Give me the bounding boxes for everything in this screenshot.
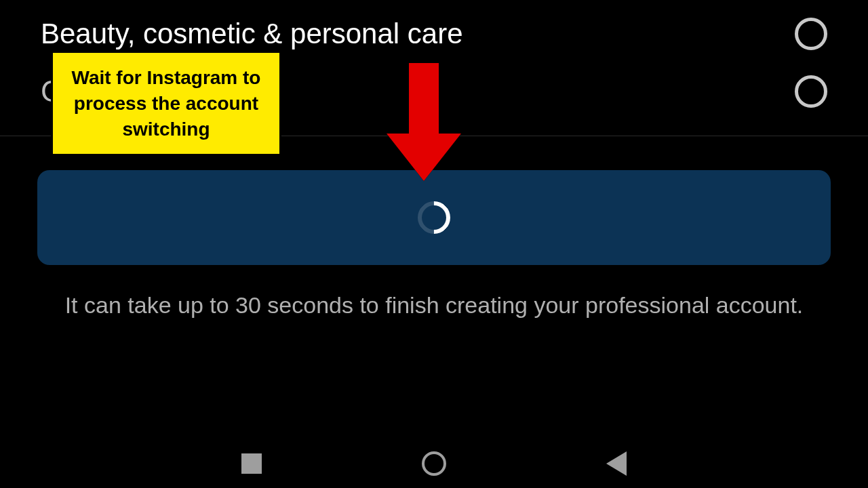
android-nav-bar	[0, 451, 868, 476]
loading-button	[37, 170, 831, 265]
radio-unselected-icon[interactable]	[795, 18, 827, 50]
arrow-down-icon	[387, 61, 461, 181]
recent-apps-icon[interactable]	[241, 453, 262, 474]
instruction-callout: Wait for Instagram to process the accoun…	[51, 51, 281, 156]
processing-info-text: It can take up to 30 seconds to finish c…	[0, 289, 868, 322]
home-icon[interactable]	[422, 451, 446, 476]
back-icon[interactable]	[606, 451, 627, 476]
callout-text: Wait for Instagram to process the accoun…	[66, 65, 266, 142]
category-label: Beauty, cosmetic & personal care	[41, 18, 463, 50]
radio-unselected-icon[interactable]	[795, 75, 827, 108]
spinner-icon	[411, 195, 457, 241]
